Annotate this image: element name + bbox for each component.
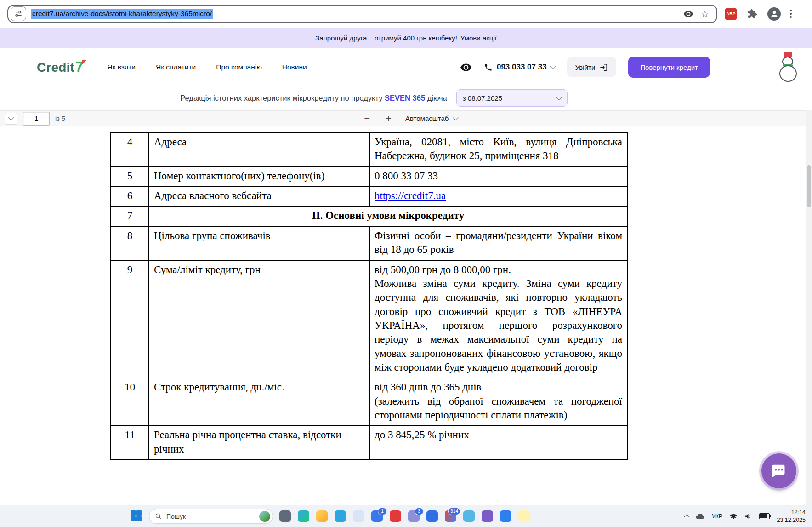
volume-icon[interactable] [744, 513, 752, 520]
taskbar-app-icons: 13314 [279, 510, 530, 522]
site-settings-chip[interactable] [11, 6, 26, 21]
search-label: Пошук [166, 513, 255, 520]
scrollbar-thumb[interactable] [807, 165, 811, 207]
clock-time: 12:14 [777, 509, 806, 516]
nav-how-to-get[interactable]: Як взяти [107, 63, 136, 71]
taskbar-search[interactable]: Пошук [149, 509, 273, 524]
pdf-scrollbar[interactable] [806, 110, 812, 505]
notification-badge: 3 [415, 508, 424, 515]
tray-overflow-chevron-icon[interactable] [685, 513, 689, 519]
language-indicator[interactable]: УКР [712, 513, 723, 520]
row-value-cell: Україна, 02081, місто Київ, вулиця Дніпр… [369, 133, 627, 167]
chevron-down-icon [556, 94, 562, 100]
pdf-sidebar-toggle[interactable] [5, 113, 17, 125]
row-number-cell: 11 [111, 426, 149, 460]
preview-eye-icon[interactable] [682, 8, 694, 20]
credit7-logo[interactable]: Credit 7 [37, 59, 83, 75]
table-row: 5 Номер контактного(них) телефону(ів) 0 … [111, 167, 627, 187]
start-button[interactable] [131, 510, 142, 522]
messenger-icon[interactable] [500, 510, 512, 522]
promo-terms-link[interactable]: Умови акції [460, 34, 497, 42]
notification-badge: 1 [378, 508, 387, 515]
login-label: Увійти [575, 63, 596, 71]
mail-icon[interactable]: 1 [371, 510, 383, 522]
edition-date-dropdown[interactable]: з 08.07.2025 [456, 89, 568, 107]
url-text[interactable]: credit7.ua/archive-docs/istotni-kharakte… [31, 9, 213, 19]
document-subheader: Редакція істотних харктеристик мікрокред… [0, 86, 812, 109]
edge-icon[interactable] [298, 510, 310, 522]
pdf-page: 4 Адреса Україна, 02081, місто Київ, вул… [0, 126, 806, 505]
dropbox-icon[interactable] [426, 510, 438, 522]
browser-extension-area: ABP [725, 7, 792, 21]
logo-digit: 7 [75, 59, 83, 75]
row-value-cell: від 360 днів до 365 днів (залежить від о… [369, 378, 627, 426]
battery-icon[interactable] [759, 513, 770, 519]
nav-about-company[interactable]: Про компанію [216, 63, 262, 71]
widgets-icon[interactable] [279, 510, 291, 522]
telegram-icon[interactable] [335, 510, 346, 522]
chevron-down-icon [453, 115, 459, 120]
phone-dropdown[interactable]: 093 033 07 33 [484, 63, 555, 72]
wifi-icon[interactable] [729, 513, 738, 520]
adblock-icon[interactable]: ABP [725, 8, 737, 20]
row-label-cell: Адреса [149, 133, 369, 167]
weather-icon [259, 511, 270, 522]
header-right-controls: 093 033 07 33 Увійти Повернути кредит [460, 52, 800, 82]
row-number-cell: 7 [111, 206, 149, 226]
table-row: 4 Адреса Україна, 02081, місто Київ, вул… [111, 133, 627, 167]
row-label-cell: Строк кредитування, дн./міс. [149, 378, 369, 426]
notes-icon[interactable] [518, 510, 530, 522]
zoom-out-button[interactable]: − [362, 114, 372, 124]
row-value-cell: 0 800 33 07 33 [369, 167, 627, 187]
page-count-label: із 5 [55, 115, 65, 122]
login-button[interactable]: Увійти [567, 57, 617, 77]
chrome-icon[interactable]: 314 [445, 510, 457, 522]
page-number-input[interactable] [23, 112, 50, 126]
table-row: 6 Адреса власного вебсайта https://credi… [111, 187, 627, 206]
opera-icon[interactable] [390, 510, 402, 522]
table-row: 7 ІІ. Основні умови мікрокредиту [111, 206, 627, 226]
chevron-down-icon [8, 115, 14, 120]
row-value-cell: від 500,00 грн до 8 000,00 грн. Можлива … [369, 261, 627, 378]
file-explorer-icon[interactable] [316, 510, 328, 522]
section-title-cell: ІІ. Основні умови мікрокредиту [149, 206, 627, 226]
product-name: SEVEN 365 [385, 94, 425, 102]
contacts-icon[interactable]: 3 [408, 510, 420, 522]
bookmark-star-icon[interactable]: ☆ [699, 8, 711, 20]
row-label-cell: Адреса власного вебсайта [149, 187, 369, 206]
zoom-mode-dropdown[interactable]: Автомасштаб [405, 115, 458, 122]
table-row: 10 Строк кредитування, дн./міс. від 360 … [111, 378, 627, 426]
nav-news[interactable]: Новини [282, 63, 307, 71]
onedrive-cloud-icon[interactable] [696, 513, 705, 520]
accessibility-eye-icon[interactable] [460, 61, 472, 73]
address-bar[interactable]: credit7.ua/archive-docs/istotni-kharakte… [7, 5, 717, 23]
skype-icon[interactable] [463, 510, 475, 522]
phone-icon [484, 63, 493, 72]
table-row: 11 Реальна річна процентна ставка, відсо… [111, 426, 627, 460]
chat-bubble-icon [770, 462, 788, 480]
row-label-cell: Реальна річна процентна ставка, відсотки… [149, 426, 369, 460]
login-arrow-icon [599, 63, 608, 72]
browser-toolbar: credit7.ua/archive-docs/istotni-kharakte… [0, 0, 812, 28]
row-number-cell: 6 [111, 187, 149, 206]
screen: credit7.ua/archive-docs/istotni-kharakte… [0, 0, 812, 527]
zoom-in-button[interactable]: + [384, 114, 393, 124]
browser-menu-icon[interactable] [790, 10, 792, 18]
document-edition-title: Редакція істотних харктеристик мікрокред… [180, 94, 447, 103]
profile-avatar[interactable] [767, 7, 781, 21]
website-link[interactable]: https://credit7.ua [375, 190, 446, 201]
row-value-cell: https://credit7.ua [369, 187, 627, 206]
extensions-puzzle-icon[interactable] [746, 8, 758, 20]
return-credit-button[interactable]: Повернути кредит [628, 57, 710, 78]
tune-icon [15, 10, 22, 17]
taskbar-clock[interactable]: 12:14 23.12.2025 [777, 509, 806, 524]
zoom-mode-label: Автомасштаб [405, 115, 449, 122]
search-icon [155, 513, 162, 520]
store-icon[interactable] [353, 510, 365, 522]
phone-number: 093 033 07 33 [497, 63, 547, 72]
chat-widget-button[interactable] [761, 453, 796, 488]
viber-icon[interactable] [482, 510, 494, 522]
nav-how-to-pay[interactable]: Як сплатити [156, 63, 196, 71]
row-value-cell: до 3 845,25 % річних [369, 426, 627, 460]
notification-badge: 314 [448, 508, 460, 515]
